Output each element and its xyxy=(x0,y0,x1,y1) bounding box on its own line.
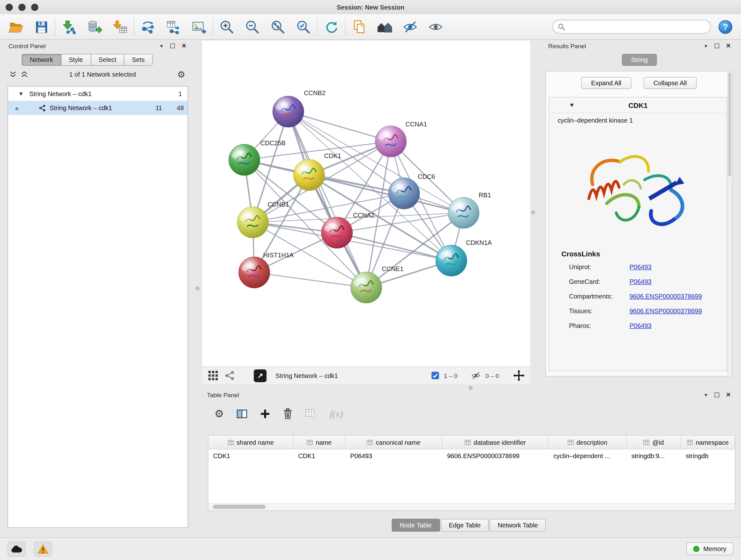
crosslink-link[interactable]: P06493 xyxy=(630,263,652,270)
collapse-all-button[interactable]: Collapse All xyxy=(643,77,697,89)
expand-all-icon[interactable] xyxy=(21,71,28,78)
control-panel-float-button[interactable]: ▾ xyxy=(160,43,163,49)
open-in-new-window-button[interactable]: ↗ xyxy=(254,369,266,382)
network-node-CDKN1A[interactable] xyxy=(435,245,467,276)
open-session-button[interactable] xyxy=(7,17,24,36)
network-row-selected[interactable]: ● String Network – cdk1 11 48 xyxy=(8,101,188,115)
zoom-selected-button[interactable] xyxy=(294,17,313,36)
protein-section-caret-icon[interactable]: ▼ xyxy=(569,102,575,109)
show-all-button[interactable] xyxy=(427,17,445,36)
network-node-CCNA1[interactable] xyxy=(375,126,407,157)
tab-style[interactable]: Style xyxy=(61,54,91,66)
first-neighbors-button[interactable] xyxy=(376,17,394,36)
column-header-name[interactable]: name xyxy=(293,435,346,449)
zoom-in-button[interactable] xyxy=(218,17,236,36)
tab-network[interactable]: Network xyxy=(22,54,61,66)
import-network-from-file-button[interactable] xyxy=(60,17,78,36)
refresh-button[interactable] xyxy=(322,17,340,36)
tab-sets[interactable]: Sets xyxy=(124,54,152,66)
memory-button[interactable]: Memory xyxy=(686,543,734,555)
maximize-window-button[interactable] xyxy=(31,3,38,10)
column-header-description[interactable]: description xyxy=(549,435,626,449)
splitter-handle[interactable] xyxy=(196,287,199,291)
crosslink-link[interactable]: P06493 xyxy=(630,322,652,329)
table-panel-close-button[interactable]: × xyxy=(726,391,731,399)
network-node-CDK1[interactable] xyxy=(293,159,325,191)
control-panel-maximize-button[interactable] xyxy=(170,44,175,48)
network-arrows-button[interactable] xyxy=(139,17,157,36)
vertical-scrollbar-thumb[interactable] xyxy=(728,72,731,177)
network-node-HIST1H1A[interactable] xyxy=(239,257,270,288)
search-input[interactable] xyxy=(568,23,705,30)
save-session-button[interactable] xyxy=(32,17,50,36)
network-node-CCNB1[interactable] xyxy=(237,206,268,238)
results-vertical-scrollbar[interactable] xyxy=(727,71,732,376)
zoom-out-button[interactable] xyxy=(244,17,261,36)
column-header-@id[interactable]: @id xyxy=(627,435,681,449)
warnings-button[interactable] xyxy=(34,541,52,556)
network-node-CCNE1[interactable] xyxy=(351,272,382,303)
share-network-icon[interactable] xyxy=(224,370,235,381)
tab-edge-table[interactable]: Edge Table xyxy=(441,519,488,532)
tab-node-table[interactable]: Node Table xyxy=(392,519,440,532)
network-node-CCNB2[interactable] xyxy=(273,96,304,127)
network-node-CDC25B[interactable] xyxy=(229,144,260,176)
table-cell[interactable]: cyclin–dependent ... xyxy=(549,449,626,462)
results-panel-close-button[interactable]: × xyxy=(726,42,731,50)
network-graph[interactable]: CCNB2CCNA1CDC25BCDK1CDC6RB1CCNB1CCNA2CDK… xyxy=(202,41,530,367)
minimize-window-button[interactable] xyxy=(18,3,25,10)
network-options-gear-icon[interactable]: ⚙ xyxy=(177,70,185,79)
tab-string[interactable]: String xyxy=(622,54,657,66)
column-header-canonical-name[interactable]: canonical name xyxy=(346,435,443,449)
collapse-all-icon[interactable] xyxy=(10,71,17,78)
results-panel-float-button[interactable]: ▾ xyxy=(704,43,707,49)
collection-expand-caret-icon[interactable]: ▼ xyxy=(18,91,23,97)
crosslink-link[interactable]: P06493 xyxy=(630,278,652,285)
export-image-button[interactable] xyxy=(190,17,208,36)
table-horizontal-scrollbar[interactable] xyxy=(208,503,735,510)
horizontal-scrollbar-thumb[interactable] xyxy=(212,505,266,509)
show-columns-icon[interactable] xyxy=(236,408,248,420)
table-panel-float-button[interactable]: ▾ xyxy=(704,392,707,398)
network-view-canvas[interactable]: CCNB2CCNA1CDC25BCDK1CDC6RB1CCNB1CCNA2CDK… xyxy=(202,41,530,384)
crosslink-link[interactable]: 9606.ENSP00000378699 xyxy=(630,307,702,314)
column-header-namespace[interactable]: namespace xyxy=(681,435,735,449)
column-header-shared-name[interactable]: shared name xyxy=(208,435,293,449)
splitter-handle[interactable] xyxy=(469,386,473,390)
table-panel-maximize-button[interactable] xyxy=(715,393,719,397)
cloud-button[interactable] xyxy=(8,541,25,556)
delete-column-trash-icon[interactable] xyxy=(282,408,293,420)
table-cell[interactable]: 9606.ENSP00000378699 xyxy=(442,449,549,462)
tab-select[interactable]: Select xyxy=(91,54,125,66)
table-options-gear-icon[interactable]: ⚙ xyxy=(214,409,224,419)
tab-network-table[interactable]: Network Table xyxy=(489,519,546,532)
table-cell[interactable]: CDK1 xyxy=(293,449,346,462)
network-node-RB1[interactable] xyxy=(448,197,479,229)
expand-all-button[interactable]: Expand All xyxy=(581,77,631,89)
copy-button[interactable] xyxy=(350,17,368,36)
network-node-CDC6[interactable] xyxy=(388,178,420,209)
network-table-button[interactable] xyxy=(164,17,182,36)
control-panel-close-button[interactable]: × xyxy=(182,42,186,50)
create-column-plus-icon[interactable] xyxy=(260,409,270,419)
close-window-button[interactable] xyxy=(6,3,13,10)
help-button[interactable]: ? xyxy=(717,17,734,36)
import-table-from-file-button[interactable] xyxy=(111,17,129,36)
import-network-from-database-button[interactable] xyxy=(85,17,104,36)
table-cell[interactable]: stringdb xyxy=(681,449,735,462)
column-header-database-identifier[interactable]: database identifier xyxy=(442,435,549,449)
selected-checkbox-icon[interactable] xyxy=(431,371,440,380)
network-edge-HIST1H1A-CCNE1[interactable] xyxy=(254,272,366,287)
results-panel-maximize-button[interactable] xyxy=(715,44,719,48)
network-edge-CCNB2-CCNA1[interactable] xyxy=(288,112,391,141)
birds-eye-view-icon[interactable] xyxy=(208,370,219,381)
table-cell[interactable]: stringdb:9... xyxy=(627,449,681,462)
pan-crosshair-icon[interactable] xyxy=(513,370,525,381)
table-cell[interactable]: CDK1 xyxy=(208,449,293,462)
table-cell[interactable]: P06493 xyxy=(346,449,443,462)
network-collection-row[interactable]: ▼ String Network – cdk1 1 xyxy=(8,86,188,101)
zoom-fit-button[interactable] xyxy=(269,17,287,36)
crosslink-link[interactable]: 9606.ENSP00000378699 xyxy=(630,293,702,300)
network-edge-CCNB2-CCNE1[interactable] xyxy=(288,112,366,288)
hide-selected-button[interactable] xyxy=(401,17,419,36)
